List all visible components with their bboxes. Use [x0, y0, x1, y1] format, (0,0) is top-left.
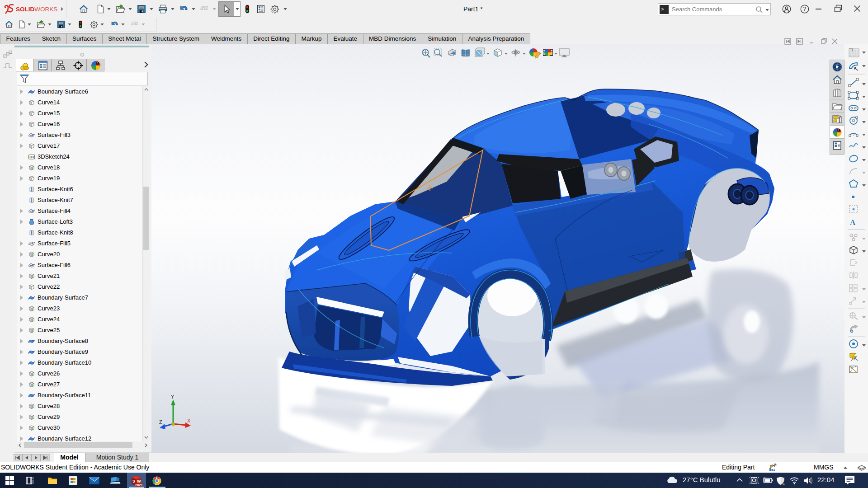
svg-text:A: A	[850, 218, 856, 227]
svg-text:Z: Z	[159, 419, 162, 425]
svg-text:X: X	[187, 418, 191, 423]
svg-text:SOLIDWORKS: SOLIDWORKS	[16, 6, 57, 13]
svg-text:Y: Y	[171, 394, 175, 399]
svg-text:2021: 2021	[135, 483, 142, 487]
svg-text:?: ?	[803, 6, 807, 12]
